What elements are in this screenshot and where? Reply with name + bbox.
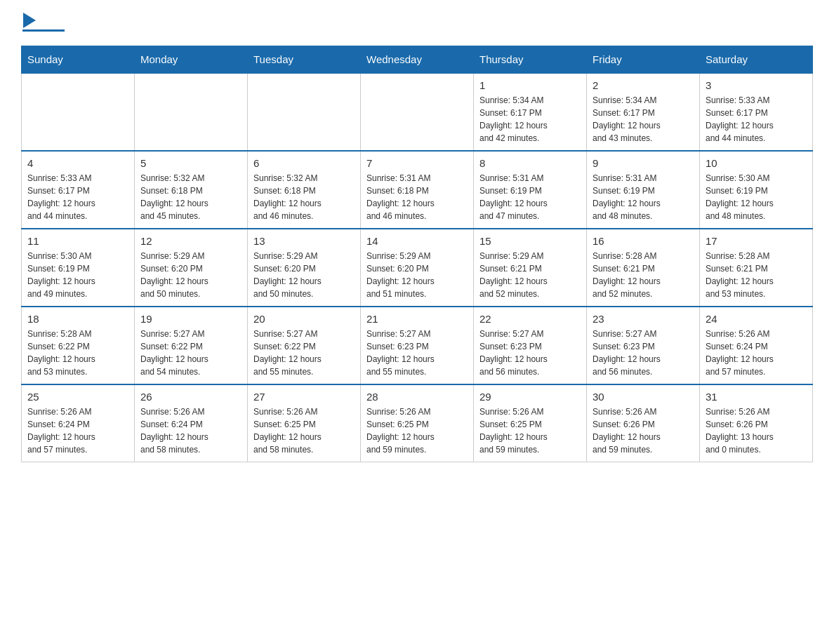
calendar-cell: 5Sunrise: 5:32 AM Sunset: 6:18 PM Daylig… (135, 151, 248, 229)
day-info: Sunrise: 5:29 AM Sunset: 6:20 PM Dayligh… (140, 250, 241, 300)
day-of-week-header: Wednesday (361, 46, 474, 74)
day-number: 2 (593, 79, 694, 91)
day-number: 18 (27, 313, 128, 325)
calendar-cell: 22Sunrise: 5:27 AM Sunset: 6:23 PM Dayli… (474, 307, 587, 384)
calendar-week-row: 18Sunrise: 5:28 AM Sunset: 6:22 PM Dayli… (22, 307, 813, 384)
day-number: 23 (593, 313, 694, 325)
calendar-week-row: 1Sunrise: 5:34 AM Sunset: 6:17 PM Daylig… (22, 73, 813, 151)
day-info: Sunrise: 5:27 AM Sunset: 6:23 PM Dayligh… (366, 328, 468, 378)
calendar-cell: 27Sunrise: 5:26 AM Sunset: 6:25 PM Dayli… (248, 384, 361, 462)
day-info: Sunrise: 5:29 AM Sunset: 6:20 PM Dayligh… (253, 250, 355, 300)
day-number: 6 (253, 157, 355, 169)
day-info: Sunrise: 5:32 AM Sunset: 6:18 PM Dayligh… (253, 172, 355, 222)
page-header (21, 14, 813, 32)
day-info: Sunrise: 5:26 AM Sunset: 6:26 PM Dayligh… (593, 405, 694, 456)
logo (21, 14, 69, 32)
calendar-cell (22, 73, 135, 151)
logo-triangle-icon (21, 14, 36, 28)
day-of-week-header: Thursday (474, 46, 587, 74)
day-info: Sunrise: 5:26 AM Sunset: 6:24 PM Dayligh… (27, 405, 128, 456)
calendar-week-row: 4Sunrise: 5:33 AM Sunset: 6:17 PM Daylig… (22, 151, 813, 229)
day-info: Sunrise: 5:31 AM Sunset: 6:18 PM Dayligh… (366, 172, 468, 222)
calendar-cell: 26Sunrise: 5:26 AM Sunset: 6:24 PM Dayli… (135, 384, 248, 462)
day-number: 25 (27, 391, 128, 403)
day-number: 11 (27, 235, 128, 247)
calendar-cell: 17Sunrise: 5:28 AM Sunset: 6:21 PM Dayli… (700, 229, 813, 307)
day-number: 28 (366, 391, 468, 403)
day-info: Sunrise: 5:28 AM Sunset: 6:22 PM Dayligh… (27, 328, 128, 378)
day-number: 29 (479, 391, 581, 403)
calendar-week-row: 11Sunrise: 5:30 AM Sunset: 6:19 PM Dayli… (22, 229, 813, 307)
day-number: 3 (706, 79, 807, 91)
calendar-cell: 3Sunrise: 5:33 AM Sunset: 6:17 PM Daylig… (700, 73, 813, 151)
day-info: Sunrise: 5:30 AM Sunset: 6:19 PM Dayligh… (27, 250, 128, 300)
day-number: 10 (706, 157, 807, 169)
day-number: 22 (479, 313, 581, 325)
calendar-cell: 30Sunrise: 5:26 AM Sunset: 6:26 PM Dayli… (587, 384, 700, 462)
day-number: 12 (140, 235, 241, 247)
calendar-body: 1Sunrise: 5:34 AM Sunset: 6:17 PM Daylig… (22, 73, 813, 462)
calendar-cell: 1Sunrise: 5:34 AM Sunset: 6:17 PM Daylig… (474, 73, 587, 151)
calendar-cell: 28Sunrise: 5:26 AM Sunset: 6:25 PM Dayli… (361, 384, 474, 462)
calendar-cell (135, 73, 248, 151)
day-number: 9 (593, 157, 694, 169)
day-number: 24 (706, 313, 807, 325)
calendar-cell: 10Sunrise: 5:30 AM Sunset: 6:19 PM Dayli… (700, 151, 813, 229)
day-info: Sunrise: 5:27 AM Sunset: 6:23 PM Dayligh… (593, 328, 694, 378)
day-info: Sunrise: 5:26 AM Sunset: 6:26 PM Dayligh… (706, 405, 807, 456)
day-info: Sunrise: 5:26 AM Sunset: 6:25 PM Dayligh… (366, 405, 468, 456)
calendar-week-row: 25Sunrise: 5:26 AM Sunset: 6:24 PM Dayli… (22, 384, 813, 462)
day-info: Sunrise: 5:28 AM Sunset: 6:21 PM Dayligh… (593, 250, 694, 300)
day-info: Sunrise: 5:27 AM Sunset: 6:22 PM Dayligh… (253, 328, 355, 378)
day-number: 14 (366, 235, 468, 247)
calendar-cell: 9Sunrise: 5:31 AM Sunset: 6:19 PM Daylig… (587, 151, 700, 229)
calendar-cell: 7Sunrise: 5:31 AM Sunset: 6:18 PM Daylig… (361, 151, 474, 229)
day-info: Sunrise: 5:26 AM Sunset: 6:24 PM Dayligh… (706, 328, 807, 378)
day-of-week-header: Tuesday (248, 46, 361, 74)
calendar-cell: 24Sunrise: 5:26 AM Sunset: 6:24 PM Dayli… (700, 307, 813, 384)
day-of-week-header: Friday (587, 46, 700, 74)
calendar-cell: 14Sunrise: 5:29 AM Sunset: 6:20 PM Dayli… (361, 229, 474, 307)
calendar-cell: 31Sunrise: 5:26 AM Sunset: 6:26 PM Dayli… (700, 384, 813, 462)
day-number: 30 (593, 391, 694, 403)
day-info: Sunrise: 5:27 AM Sunset: 6:22 PM Dayligh… (140, 328, 241, 378)
day-info: Sunrise: 5:33 AM Sunset: 6:17 PM Dayligh… (27, 172, 128, 222)
calendar-cell: 25Sunrise: 5:26 AM Sunset: 6:24 PM Dayli… (22, 384, 135, 462)
day-number: 27 (253, 391, 355, 403)
day-info: Sunrise: 5:34 AM Sunset: 6:17 PM Dayligh… (479, 94, 581, 145)
day-number: 8 (479, 157, 581, 169)
calendar-cell: 15Sunrise: 5:29 AM Sunset: 6:21 PM Dayli… (474, 229, 587, 307)
day-info: Sunrise: 5:26 AM Sunset: 6:24 PM Dayligh… (140, 405, 241, 456)
day-info: Sunrise: 5:31 AM Sunset: 6:19 PM Dayligh… (479, 172, 581, 222)
calendar-cell: 13Sunrise: 5:29 AM Sunset: 6:20 PM Dayli… (248, 229, 361, 307)
calendar-cell: 12Sunrise: 5:29 AM Sunset: 6:20 PM Dayli… (135, 229, 248, 307)
calendar-cell: 6Sunrise: 5:32 AM Sunset: 6:18 PM Daylig… (248, 151, 361, 229)
day-number: 15 (479, 235, 581, 247)
day-number: 13 (253, 235, 355, 247)
day-number: 26 (140, 391, 241, 403)
day-number: 4 (27, 157, 128, 169)
day-info: Sunrise: 5:31 AM Sunset: 6:19 PM Dayligh… (593, 172, 694, 222)
day-number: 20 (253, 313, 355, 325)
day-info: Sunrise: 5:29 AM Sunset: 6:21 PM Dayligh… (479, 250, 581, 300)
days-of-week-row: SundayMondayTuesdayWednesdayThursdayFrid… (22, 46, 813, 74)
day-number: 17 (706, 235, 807, 247)
calendar-cell: 19Sunrise: 5:27 AM Sunset: 6:22 PM Dayli… (135, 307, 248, 384)
day-number: 5 (140, 157, 241, 169)
calendar-cell: 4Sunrise: 5:33 AM Sunset: 6:17 PM Daylig… (22, 151, 135, 229)
day-info: Sunrise: 5:34 AM Sunset: 6:17 PM Dayligh… (593, 94, 694, 145)
day-of-week-header: Saturday (700, 46, 813, 74)
calendar-cell: 20Sunrise: 5:27 AM Sunset: 6:22 PM Dayli… (248, 307, 361, 384)
day-info: Sunrise: 5:29 AM Sunset: 6:20 PM Dayligh… (366, 250, 468, 300)
day-info: Sunrise: 5:27 AM Sunset: 6:23 PM Dayligh… (479, 328, 581, 378)
day-info: Sunrise: 5:28 AM Sunset: 6:21 PM Dayligh… (706, 250, 807, 300)
day-number: 1 (479, 79, 581, 91)
day-number: 19 (140, 313, 241, 325)
calendar-header: SundayMondayTuesdayWednesdayThursdayFrid… (22, 46, 813, 74)
svg-marker-0 (23, 13, 36, 28)
day-info: Sunrise: 5:33 AM Sunset: 6:17 PM Dayligh… (706, 94, 807, 145)
calendar-cell: 29Sunrise: 5:26 AM Sunset: 6:25 PM Dayli… (474, 384, 587, 462)
day-of-week-header: Monday (135, 46, 248, 74)
calendar-cell (248, 73, 361, 151)
day-number: 16 (593, 235, 694, 247)
